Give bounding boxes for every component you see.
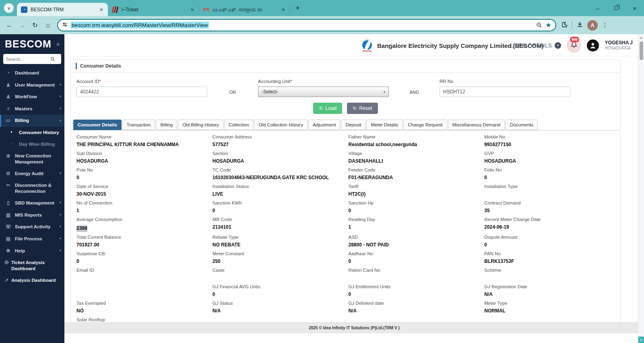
sidebar-item-mis-reports[interactable]: ▥MIS Reports▾ [0,209,64,221]
sidebar-item-file-process[interactable]: ▤File Process▾ [0,233,64,245]
rr-no-label: RR No [440,79,570,84]
profile-avatar[interactable]: A [587,20,598,31]
sidebar-item-label: Analysis Dashboard [11,277,56,283]
vertical-scrollbar[interactable]: ▲ ▼ [638,34,644,343]
sidebar-item-sbd-management[interactable]: ▯SBD Management▾ [0,197,64,209]
ticket-icon: ✇ [4,260,9,266]
sidebar-search[interactable] [3,54,61,64]
field-value: 2024-06-19 [484,224,613,231]
user-avatar[interactable] [587,39,599,52]
browser-tab-[interactable]: ಎಂ.ಎಫ್.ಎಫ್. ರವರಗ್ರಾಮ ಪಂ× [199,3,290,16]
tab-close-icon[interactable]: × [281,6,286,13]
sidebar-item-masters[interactable]: ≡Masters▾ [0,103,64,115]
tab-collection[interactable]: Collection [224,120,254,130]
sidebar-item-disconnection-reconnection[interactable]: ✂Disconnection & Reconnection [0,180,64,197]
tab-old-billing-history[interactable]: Old Billing History [178,120,223,130]
load-button[interactable]: ↻Load [313,103,342,114]
scroll-up-icon[interactable]: ▲ [638,34,644,41]
grid-row: Tax ExemptedNOGJ StatusN/AGJ Delinked da… [76,301,620,314]
restore-button[interactable] [607,0,625,16]
tab-search-button[interactable]: ∨ [4,3,14,13]
tab-close-icon[interactable]: × [190,6,195,13]
tab-meter-details[interactable]: Meter Details [366,120,402,130]
sidebar-item-help[interactable]: ☸Help▾ [0,245,64,257]
select-arrow-icon: ▾ [384,90,385,94]
sidebar-item-ticket-analysis-dashboard[interactable]: ✇Ticket Analysis Dashboard [0,257,64,275]
sidebar-item-day-wise-billing[interactable]: ○Day Wise Billing [0,138,64,150]
refresh-icon: ↻ [353,105,357,111]
field-label: GJ Financial AVG Units [213,284,341,290]
hamburger-icon[interactable]: ≡ [56,41,60,48]
filled-bullet-icon: ● [10,130,15,134]
tab-transaction[interactable]: Transaction [122,120,155,130]
account-id-input[interactable] [76,87,207,97]
grid-row: Pole No0TC Code161020304663-NEERUGUNDA G… [76,167,620,181]
field-label: GJ Entitlement Units [349,284,477,290]
field-tc-code: TC Code161020304663-NEERUGUNDA GATE KRC … [213,167,349,181]
field-installation-type: Installation Type [484,184,620,198]
scroll-thumb[interactable] [640,41,643,60]
scissors-icon: ✂ [5,182,11,189]
scroll-down-icon[interactable]: ▼ [638,337,644,343]
field-value: HOSADURGA [213,158,341,165]
browser-tab-bescom-trm[interactable]: ◔BESCOM-TRM× [17,3,108,16]
tab-deposit[interactable]: Deposit [341,120,365,130]
new-tab-button[interactable]: + [295,4,300,12]
field-label: Reading Day [349,217,477,223]
tab-old-collection-history[interactable]: Old Collection History [254,120,308,130]
field-label [484,317,613,322]
tab-consumer-details[interactable]: Consumer Details [73,120,122,130]
field-gj-status: GJ StatusN/A [213,301,349,314]
url-text[interactable]: bescom.trm.ieasybill.com/RRMasterView/RR… [71,22,209,29]
sidebar-item-support-activity[interactable]: ☏Support Activity▾ [0,221,64,233]
field-value: 0 [213,208,341,214]
site-info-icon[interactable] [62,22,68,29]
notifications-button[interactable]: 898 [567,38,581,53]
reset-button[interactable]: ↻Reset [347,103,378,114]
sidebar-item-workflow[interactable]: ♟WorkFlow▾ [0,91,64,103]
tab-documents[interactable]: Documents [506,120,538,130]
browser-tab-strip: ∨ ◔BESCOM-TRM×i~Ticket×ಎಂ.ಎಫ್.ಎಫ್. ರವರಗ್… [0,0,644,16]
sidebar-item-new-connection-management[interactable]: ⊕New Connection Management [0,150,64,168]
sidebar-item-analysis-dashboard[interactable]: ↗Analysis Dashboard [0,275,64,287]
sidebar-item-billing[interactable]: ▭Billing▴ [0,115,64,127]
user-details-dropdown[interactable]: USER DETAILS ▾ [510,42,561,49]
accounting-unit-select[interactable]: -Select- ▾ [258,87,389,97]
url-bar[interactable]: bescom.trm.ieasybill.com/RRMasterView/RR… [57,19,556,31]
field-label: Total Current Balance [76,235,205,240]
zoom-icon[interactable] [536,22,542,28]
field-value: Residential school,neergunda [349,142,477,148]
tab-billing[interactable]: Billing [156,120,177,130]
chevron-down-icon: ▾ [60,248,61,253]
sidebar-item-user-management[interactable]: ♟User Management▾ [0,79,64,91]
menu-kebab-icon[interactable]: ⋮ [602,21,608,29]
back-button[interactable]: ← [3,19,15,31]
chevron-down-icon: ▾ [60,212,61,217]
home-button[interactable]: ⌂ [42,19,54,31]
field-value [484,191,613,198]
browser-toolbar: ← → ↻ ⌂ bescom.trm.ieasybill.com/RRMaste… [0,16,644,34]
browser-tab-i-ticket[interactable]: i~Ticket× [108,3,199,16]
forward-button[interactable]: → [16,19,28,31]
minimize-button[interactable]: – [588,0,607,16]
main-column: ಬೆವಿಕಂ BESCOM Bangalore Electricity Supp… [64,34,644,343]
rr-no-input[interactable] [440,87,570,97]
extensions-icon[interactable] [561,21,568,29]
tab-close-icon[interactable]: × [99,6,104,13]
sidebar-item-energy-audit[interactable]: ⚙Energy Audit▾ [0,168,64,180]
tab-change-request[interactable]: Change Request [403,120,447,130]
accounting-unit-label: Accounting Unit* [258,79,389,84]
sidebar-item-label: MIS Reports [15,212,42,218]
tab-miscellaneous-demand[interactable]: Miscellaneous Demand [448,120,505,130]
sidebar-item-dashboard[interactable]: ◔Dashboard [0,67,64,79]
field-value: 0 [349,258,477,265]
field-value: HT2C(I) [349,191,477,198]
downloads-icon[interactable] [576,21,583,29]
close-button[interactable]: × [625,0,644,16]
reload-button[interactable]: ↻ [29,19,41,31]
field-value: 0 [213,291,341,298]
search-input[interactable] [6,57,50,62]
sidebar-item-consumer-history[interactable]: ●Consumer History [0,127,64,138]
bookmark-star-icon[interactable]: ★ [545,21,551,29]
tab-adjustment[interactable]: Adjustment [308,120,341,130]
